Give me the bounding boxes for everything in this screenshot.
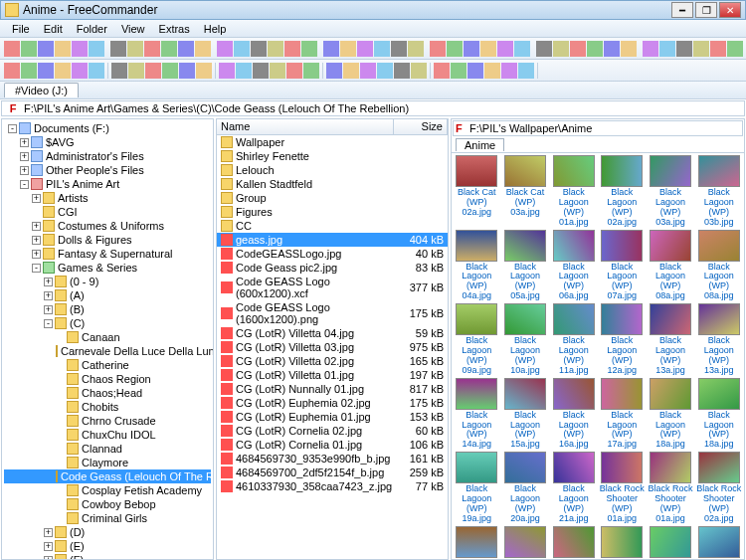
right-pane[interactable]: F F:\PIL's Wallpaper\Anime Anime Black C… (451, 118, 745, 560)
menu-edit[interactable]: Edit (38, 22, 69, 36)
toolbar-button[interactable] (447, 41, 463, 57)
tree-node[interactable]: +$AVG (4, 135, 211, 149)
thumbnail[interactable]: Black Lagoon (WP) 03a.jpg (648, 155, 694, 228)
toolbar-button[interactable] (162, 63, 178, 79)
toolbar-button[interactable] (301, 41, 317, 57)
tree-node[interactable]: ChuxChu IDOL (4, 428, 211, 442)
expand-icon[interactable]: + (44, 305, 53, 314)
toolbar-button[interactable] (219, 63, 235, 79)
file-row[interactable]: geass.jpg404 kB (217, 233, 448, 247)
file-row[interactable]: Group (217, 191, 448, 205)
thumbnail[interactable]: Black Lagoon (WP) 16a.jpg (550, 378, 597, 451)
toolbar-button[interactable] (38, 63, 54, 79)
toolbar-button[interactable] (72, 63, 88, 79)
tree-node[interactable]: Catherine (4, 358, 211, 372)
left-tab[interactable]: #Video (J:) (4, 83, 79, 97)
file-row[interactable]: CodeGEASSLogo.jpg40 kB (217, 247, 448, 261)
tree-node[interactable]: Canaan (4, 330, 211, 344)
toolbar-button[interactable] (377, 63, 393, 79)
thumbnail-grid[interactable]: Black Cat (WP) 02a.jpgBlack Cat (WP) 03a… (452, 153, 744, 559)
thumbnail[interactable]: Black Lagoon (WP) 18a.jpg (648, 378, 694, 451)
toolbar-button[interactable] (727, 41, 743, 57)
expand-icon[interactable]: + (20, 152, 29, 161)
toolbar-button[interactable] (217, 41, 233, 57)
expand-icon[interactable]: + (44, 291, 53, 300)
thumbnail[interactable]: Black Rock Shooter (WP) 02a.jpg (695, 452, 742, 524)
toolbar-button[interactable] (659, 41, 675, 57)
tree-node[interactable]: +(B) (4, 302, 211, 316)
toolbar-button[interactable] (391, 41, 407, 57)
thumbnail[interactable]: Black Lagoon (WP) 13a.jpg (695, 303, 742, 376)
thumbnail[interactable]: Black Lagoon (WP) 06a.jpg (550, 230, 597, 302)
col-name[interactable]: Name (217, 119, 394, 134)
toolbar-button[interactable] (195, 41, 211, 57)
file-row[interactable]: Code GEASS Logo (600x1200).xcf377 kB (217, 275, 448, 300)
toolbar-button[interactable] (38, 41, 54, 57)
tree-node[interactable]: Chobits (4, 400, 211, 414)
toolbar-button[interactable] (518, 63, 534, 79)
tree-node[interactable]: Code Geass (Lelouch Of The Rebellion) (4, 469, 211, 483)
toolbar-button[interactable] (196, 63, 212, 79)
toolbar-button[interactable] (587, 41, 603, 57)
collapse-icon[interactable]: - (44, 319, 53, 328)
toolbar-button[interactable] (434, 63, 450, 79)
tree-node[interactable]: Clannad (4, 442, 211, 456)
file-row[interactable]: Shirley Fenette (217, 149, 448, 163)
toolbar-button[interactable] (253, 63, 269, 79)
toolbar-button[interactable] (514, 41, 530, 57)
column-header[interactable]: Name Size (217, 119, 448, 135)
tree-node[interactable]: Chrno Crusade (4, 414, 211, 428)
toolbar-button[interactable] (286, 63, 302, 79)
collapse-icon[interactable]: - (32, 264, 41, 273)
toolbar-button[interactable] (374, 41, 390, 57)
toolbar-button[interactable] (21, 41, 37, 57)
toolbar-button[interactable] (343, 63, 359, 79)
thumbnail[interactable]: Black Lagoon (WP) 17a.jpg (599, 378, 646, 451)
expand-icon[interactable]: + (32, 222, 41, 231)
thumbnail[interactable]: Black Rock Shooter (WP) 07a.jpg (695, 526, 742, 559)
file-row[interactable]: CG (LotR) Villetta 02.jpg165 kB (217, 354, 448, 368)
expand-icon[interactable]: + (32, 250, 41, 259)
file-row[interactable]: CG (LotR) Villetta 01.jpg197 kB (217, 368, 448, 382)
folder-tree-pane[interactable]: -Documents (F:)+$AVG+Administrator's Fil… (1, 118, 214, 560)
thumbnail[interactable]: Black Rock Shooter (WP) 01a.jpg (648, 452, 694, 524)
expand-icon[interactable]: + (44, 542, 53, 551)
file-row[interactable]: 4610337930_358caa7423_z.jpg77 kB (217, 479, 448, 493)
toolbar-button[interactable] (128, 63, 144, 79)
toolbar-button[interactable] (430, 41, 446, 57)
menu-file[interactable]: File (6, 22, 36, 36)
file-row[interactable]: Figures (217, 205, 448, 219)
thumbnail[interactable]: Black Rock Shooter (WP) 05a.jpg (550, 526, 597, 559)
thumbnail[interactable]: Black Lagoon (WP) 01a.jpg (550, 155, 597, 228)
tree-node[interactable]: -(C) (4, 316, 211, 330)
toolbar-button[interactable] (251, 41, 267, 57)
tree-node[interactable]: +(D) (4, 525, 211, 539)
collapse-icon[interactable]: - (8, 124, 17, 133)
tree-node[interactable]: +(E) (4, 539, 211, 553)
tree-node[interactable]: Chaos Region (4, 372, 211, 386)
thumbnail[interactable]: Black Rock Shooter (WP) 05a.jpg (599, 526, 646, 559)
toolbar-button[interactable] (323, 41, 339, 57)
thumbnail[interactable]: Black Lagoon (WP) 11a.jpg (550, 303, 597, 376)
toolbar-button[interactable] (55, 63, 71, 79)
thumbnail[interactable]: Black Lagoon (WP) 04a.jpg (454, 230, 500, 302)
expand-icon[interactable]: + (32, 236, 41, 245)
tree-node[interactable]: Claymore (4, 456, 211, 469)
toolbar-button[interactable] (394, 63, 410, 79)
tree-node[interactable]: Chaos;Head (4, 386, 211, 400)
file-row[interactable]: CG (LotR) Nunnally 01.jpg817 kB (217, 382, 448, 396)
toolbar-button[interactable] (268, 41, 283, 57)
right-tab[interactable]: Anime (456, 138, 504, 151)
toolbar-button[interactable] (604, 41, 620, 57)
expand-icon[interactable]: + (44, 528, 53, 537)
toolbar-button[interactable] (553, 41, 569, 57)
tree-node[interactable]: +Dolls & Figures (4, 233, 211, 247)
thumbnail[interactable]: Black Rock Shooter (WP) 01a.jpg (599, 452, 646, 524)
expand-icon[interactable]: + (44, 556, 53, 561)
toolbar-button[interactable] (234, 41, 250, 57)
tree-node[interactable]: +(F) (4, 553, 211, 560)
thumbnail[interactable]: Black Lagoon (WP) 07a.jpg (599, 230, 646, 302)
tree-node[interactable]: +Administrator's Files (4, 149, 211, 163)
expand-icon[interactable]: + (20, 166, 29, 175)
toolbar-button[interactable] (360, 63, 376, 79)
